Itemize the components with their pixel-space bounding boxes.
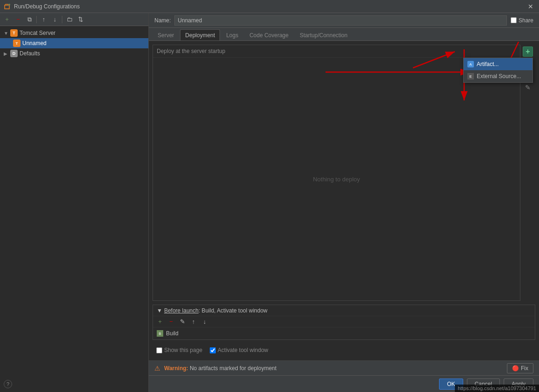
share-checkbox[interactable] bbox=[511, 17, 517, 23]
name-row: Name: Share bbox=[149, 13, 539, 28]
url-bar: https://blog.csdn.net/a1097304791 bbox=[455, 385, 539, 392]
close-button[interactable]: ✕ bbox=[526, 2, 535, 11]
build-label: Build bbox=[166, 330, 179, 337]
activate-tool-window-option: Activate tool window bbox=[210, 347, 268, 353]
add-deploy-button[interactable]: + bbox=[523, 47, 533, 57]
tree-arrow-tomcat: ▼ bbox=[4, 31, 8, 36]
sidebar-label-defaults: Defaults bbox=[20, 50, 40, 57]
show-page-label: Show this page bbox=[164, 347, 202, 353]
add-deploy-area: + A Artifact... E External Source... bbox=[523, 47, 533, 57]
tab-logs[interactable]: Logs bbox=[221, 29, 243, 40]
warning-icon: ⚠ bbox=[154, 365, 160, 372]
sidebar-toolbar: + − ⧉ ↑ ↓ 🗀 ⇅ bbox=[0, 13, 148, 26]
tabs-row: Server Deployment Logs Code Coverage Sta… bbox=[149, 28, 539, 41]
sidebar-label-tomcat-server: Tomcat Server bbox=[20, 30, 55, 36]
external-source-icon: E bbox=[467, 73, 474, 80]
window-icon bbox=[4, 3, 11, 10]
toolbar-separator-1 bbox=[36, 16, 37, 23]
add-config-button[interactable]: + bbox=[2, 14, 12, 25]
warning-bar: ⚠ Warning: No artifacts marked for deplo… bbox=[149, 360, 539, 375]
list-item[interactable]: B Build bbox=[153, 328, 535, 339]
tab-startup-connection[interactable]: Startup/Connection bbox=[294, 29, 353, 40]
before-launch-toolbar: + − ✎ ↑ ↓ bbox=[153, 316, 535, 327]
fix-button[interactable]: 🔴 Fix bbox=[507, 363, 533, 373]
deploy-section: Deploy at the server startup Nothing to … bbox=[153, 45, 520, 301]
svg-rect-0 bbox=[5, 5, 9, 9]
dropdown-item-artifact[interactable]: A Artifact... bbox=[464, 58, 532, 70]
share-label: Share bbox=[519, 17, 533, 24]
copy-config-button[interactable]: ⧉ bbox=[24, 14, 34, 25]
name-input[interactable] bbox=[174, 15, 507, 26]
window-title: Run/Debug Configurations bbox=[14, 3, 535, 10]
deploy-dropdown-menu: A Artifact... E External Source... bbox=[463, 58, 533, 83]
before-launch-header: ▼ Before launch: Build, Activate tool wi… bbox=[153, 305, 535, 316]
tab-server[interactable]: Server bbox=[153, 29, 179, 40]
deploy-wrapper: Deploy at the server startup Nothing to … bbox=[153, 45, 535, 301]
edit-deploy-button[interactable]: ✎ bbox=[522, 82, 533, 93]
activate-tool-window-label: Activate tool window bbox=[218, 347, 268, 353]
sidebar: + − ⧉ ↑ ↓ 🗀 ⇅ ▼ T Tomcat Server T bbox=[0, 13, 149, 392]
before-launch-section: ▼ Before launch: Build, Activate tool wi… bbox=[153, 305, 535, 340]
before-launch-title: Before launch: Build, Activate tool wind… bbox=[164, 307, 267, 314]
defaults-icon: D bbox=[10, 50, 18, 57]
deploy-header: Deploy at the server startup bbox=[153, 45, 520, 58]
sidebar-item-unnamed[interactable]: T Unnamed bbox=[0, 38, 148, 48]
main-layout: + − ⧉ ↑ ↓ 🗀 ⇅ ▼ T Tomcat Server T bbox=[0, 13, 539, 392]
folder-button[interactable]: 🗀 bbox=[64, 14, 74, 25]
name-label: Name: bbox=[154, 17, 171, 24]
remove-config-button[interactable]: − bbox=[13, 14, 23, 25]
move-down-button[interactable]: ↓ bbox=[50, 14, 60, 25]
edit-before-launch-button[interactable]: ✎ bbox=[177, 317, 187, 327]
remove-before-launch-button[interactable]: − bbox=[166, 317, 176, 327]
collapse-arrow[interactable]: ▼ bbox=[157, 307, 162, 314]
svg-point-1 bbox=[8, 4, 10, 6]
sort-button[interactable]: ⇅ bbox=[75, 14, 86, 25]
artifact-label: Artifact... bbox=[477, 61, 499, 67]
fix-icon: 🔴 bbox=[512, 365, 519, 372]
show-page-checkbox[interactable] bbox=[156, 347, 162, 353]
title-bar: Run/Debug Configurations ✕ bbox=[0, 0, 539, 13]
activate-tool-window-checkbox[interactable] bbox=[210, 347, 216, 353]
move-up-button[interactable]: ↑ bbox=[39, 14, 49, 25]
before-launch-items: B Build bbox=[153, 327, 535, 339]
content-area: Name: Share Server Deployment Logs Code … bbox=[149, 13, 539, 392]
tomcat-server-icon: T bbox=[10, 29, 18, 37]
add-before-launch-button[interactable]: + bbox=[155, 317, 165, 327]
move-down-before-launch-button[interactable]: ↓ bbox=[200, 317, 210, 327]
help-button[interactable]: ? bbox=[4, 380, 12, 388]
tab-code-coverage[interactable]: Code Coverage bbox=[244, 29, 293, 40]
sidebar-item-defaults[interactable]: ▶ D Defaults bbox=[0, 48, 148, 59]
deploy-right-buttons: + A Artifact... E External Source... bbox=[520, 45, 535, 301]
fix-label: Fix bbox=[521, 365, 528, 372]
deploy-body: Nothing to deploy bbox=[153, 58, 520, 300]
tab-content: Deploy at the server startup Nothing to … bbox=[149, 41, 539, 360]
sidebar-label-unnamed: Unnamed bbox=[22, 40, 47, 47]
external-source-label: External Source... bbox=[477, 73, 521, 80]
artifact-icon: A bbox=[467, 61, 474, 67]
share-checkbox-area: Share bbox=[511, 17, 533, 24]
nothing-to-deploy-label: Nothing to deploy bbox=[313, 176, 360, 183]
tree-arrow-defaults: ▶ bbox=[4, 51, 8, 56]
show-page-option: Show this page bbox=[156, 347, 202, 353]
toolbar-separator-2 bbox=[62, 16, 62, 23]
dropdown-item-external-source[interactable]: E External Source... bbox=[464, 70, 532, 82]
warning-text: Warning: No artifacts marked for deploym… bbox=[164, 365, 503, 372]
sidebar-tree: ▼ T Tomcat Server T Unnamed ▶ D Defaults bbox=[0, 26, 148, 392]
tab-deployment[interactable]: Deployment bbox=[180, 29, 220, 40]
build-icon: B bbox=[157, 330, 163, 337]
sidebar-item-tomcat-server[interactable]: ▼ T Tomcat Server bbox=[0, 28, 148, 38]
unnamed-icon: T bbox=[13, 40, 20, 47]
options-row: Show this page Activate tool window bbox=[153, 344, 535, 357]
move-up-before-launch-button[interactable]: ↑ bbox=[188, 317, 199, 327]
